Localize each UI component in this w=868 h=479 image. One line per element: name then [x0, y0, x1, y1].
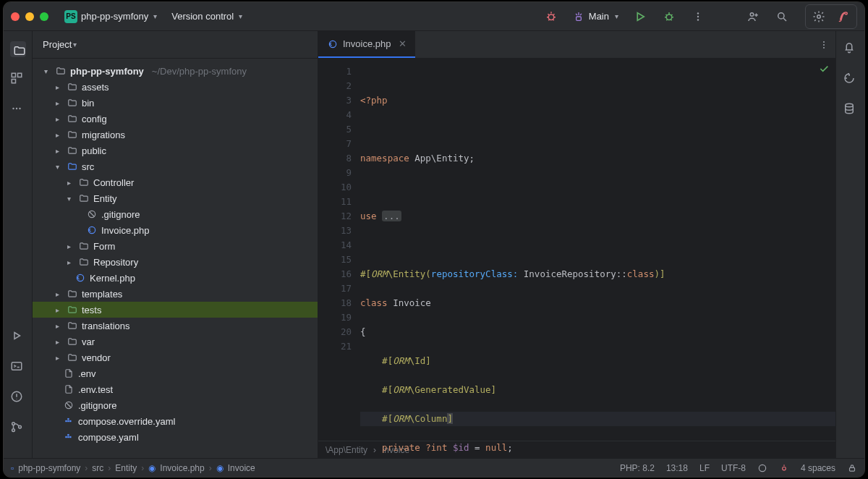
settings-icon[interactable]: [807, 7, 830, 27]
tree-label: .env: [78, 368, 96, 379]
code-token: use: [360, 211, 382, 221]
line-number: 4: [318, 108, 352, 122]
crumb[interactable]: php-pp-symfony: [18, 463, 80, 473]
vcs-tool-icon[interactable]: [10, 420, 26, 436]
tree-item[interactable]: .gitignore: [33, 206, 318, 222]
terminal-tool-icon[interactable]: [10, 360, 26, 376]
tree-item[interactable]: compose.override.yaml: [33, 413, 318, 429]
svg-point-35: [823, 47, 825, 48]
line-number: 20: [318, 325, 352, 339]
run-configuration[interactable]: Main ▾: [569, 8, 623, 25]
problems-tool-icon[interactable]: [10, 390, 26, 406]
project-selector[interactable]: PS php-pp-symfony ▾: [60, 7, 161, 26]
crumb[interactable]: Invoice: [228, 463, 255, 473]
tree-item[interactable]: ▸Form: [33, 238, 318, 254]
chevron-right-icon: ▸: [63, 179, 75, 187]
code-with-me-icon[interactable]: [741, 7, 765, 27]
tab-invoice[interactable]: Invoice.php ✕: [318, 31, 415, 58]
separator-icon: ›: [141, 463, 144, 473]
chevron-right-icon: ▸: [51, 290, 63, 298]
tree-label: assets: [82, 82, 109, 93]
tree-root[interactable]: ▾ php-pp-symfony ~/Dev/php-pp-symfony: [33, 63, 318, 79]
crumb[interactable]: src: [92, 463, 103, 473]
more-tools-icon[interactable]: [10, 102, 26, 118]
tree-item[interactable]: ▾src: [33, 158, 318, 174]
tree-label: Entity: [93, 193, 117, 204]
run-button[interactable]: [629, 7, 652, 27]
ai-assistant-icon[interactable]: [843, 72, 859, 88]
tree-item[interactable]: ▸Controller: [33, 174, 318, 190]
tree-label: compose.yaml: [78, 432, 139, 443]
panel-header[interactable]: Project ▾: [33, 31, 318, 59]
tree-item[interactable]: ▸var: [33, 334, 318, 349]
code-token: class: [360, 297, 388, 308]
tree-item[interactable]: ▸bin: [33, 95, 318, 111]
editor-body[interactable]: 1 2 3 4 5 7 8 9 10 11 12 13 14 15 16 17: [318, 59, 835, 441]
tree-item[interactable]: ▾Entity: [33, 190, 318, 206]
folder-icon: [67, 304, 78, 315]
database-icon[interactable]: [843, 102, 859, 118]
run-tool-icon[interactable]: [10, 329, 26, 345]
code-token: ORM: [393, 413, 409, 424]
project-tool-icon[interactable]: [10, 41, 26, 57]
editor-area: Invoice.php ✕ 1 2 3 4 5 7 8 9: [318, 31, 835, 458]
tree-item[interactable]: ▸Repository: [33, 254, 318, 270]
tree-label: Invoice.php: [101, 225, 150, 236]
tree-item[interactable]: ▸vendor: [33, 349, 318, 365]
tree-item[interactable]: compose.yaml: [33, 429, 318, 445]
notifications-icon[interactable]: [843, 41, 859, 57]
editor-tabs: Invoice.php ✕: [318, 31, 835, 59]
tree-item[interactable]: ▸config: [33, 111, 318, 127]
search-icon[interactable]: [770, 7, 793, 27]
tree-item[interactable]: .env.test: [33, 381, 318, 397]
more-actions-icon[interactable]: [686, 7, 710, 27]
maximize-window[interactable]: [40, 12, 48, 21]
tree-label: .env.test: [78, 384, 113, 395]
svg-point-19: [18, 425, 21, 428]
titlebar: PS php-pp-symfony ▾ Version control ▾ Ma…: [4, 2, 864, 31]
structure-tool-icon[interactable]: [10, 72, 26, 88]
crumb[interactable]: Invoice.php: [160, 463, 204, 473]
tree-label: compose.override.yaml: [78, 416, 175, 427]
crumb[interactable]: Entity: [115, 463, 137, 473]
project-panel: Project ▾ ▾ php-pp-symfony ~/Dev/php-pp-…: [33, 31, 318, 458]
svg-point-8: [817, 14, 821, 18]
tree-item[interactable]: ▸translations: [33, 318, 318, 334]
vcs-menu[interactable]: Version control ▾: [167, 8, 247, 25]
folder-icon: [67, 352, 78, 363]
tree-item[interactable]: Kernel.php: [33, 270, 318, 286]
chevron-down-icon: ▾: [73, 41, 77, 48]
inspection-ok-icon[interactable]: [818, 63, 830, 75]
chevron-down-icon: ▾: [153, 12, 157, 20]
tree-item[interactable]: ▸migrations: [33, 127, 318, 143]
symfony-icon[interactable]: [832, 7, 855, 27]
close-window[interactable]: [11, 12, 20, 21]
minimize-window[interactable]: [25, 12, 34, 21]
class-icon: ◉: [216, 463, 224, 473]
tab-more-icon[interactable]: [812, 31, 835, 58]
tree-item[interactable]: Invoice.php: [33, 222, 318, 238]
code-token: ]: [447, 413, 453, 424]
line-number: 18: [318, 296, 352, 310]
tree-item[interactable]: ▸assets: [33, 79, 318, 95]
close-icon[interactable]: ✕: [399, 38, 407, 49]
code-content[interactable]: <?php namespace App\Entity; use ... #[OR…: [360, 59, 835, 441]
tree-label: .gitignore: [78, 400, 116, 411]
tree-item[interactable]: ▸templates: [33, 286, 318, 302]
tree-item[interactable]: ▸tests: [33, 302, 318, 318]
debug-button[interactable]: [658, 7, 681, 27]
tree-item[interactable]: .gitignore: [33, 397, 318, 413]
debug-listen-icon[interactable]: [540, 7, 563, 27]
line-number: 17: [318, 281, 352, 296]
line-number: 10: [318, 180, 352, 195]
tree-item[interactable]: .env: [33, 365, 318, 381]
folded-region[interactable]: ...: [382, 211, 401, 221]
file-icon: [63, 368, 75, 379]
readonly-icon[interactable]: [847, 463, 857, 473]
svg-rect-28: [65, 436, 67, 438]
php-class-icon: [75, 272, 86, 284]
svg-rect-9: [12, 73, 15, 77]
chevron-right-icon: ▸: [51, 147, 63, 155]
tree-item[interactable]: ▸public: [33, 143, 318, 158]
window-controls: [11, 12, 48, 21]
